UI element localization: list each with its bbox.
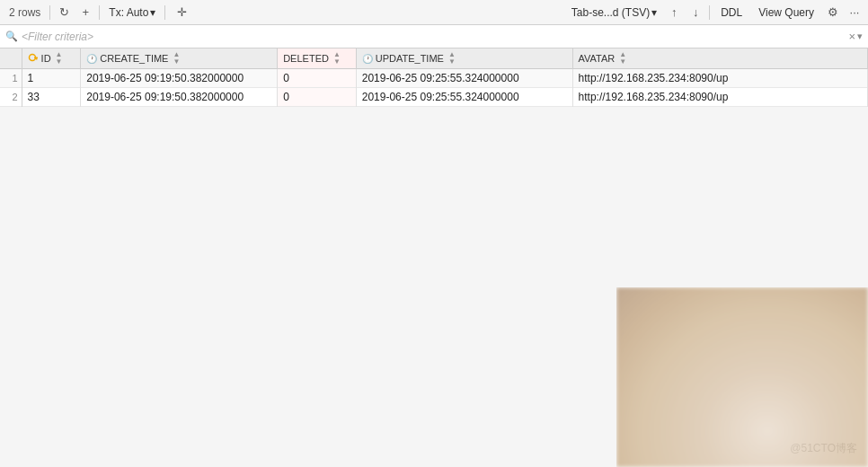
separator-2: [99, 5, 100, 20]
download-button[interactable]: ↓: [686, 3, 705, 22]
tx-chevron-icon: ▾: [150, 6, 155, 19]
refresh-button[interactable]: ↻: [54, 3, 74, 22]
ddl-label: DDL: [721, 6, 742, 19]
svg-rect-2: [36, 58, 38, 60]
main-toolbar: 2 rows ↻ + Tx: Auto ▾ ✛ Tab-se...d (TSV)…: [0, 0, 868, 25]
add-row-button[interactable]: +: [75, 3, 95, 22]
clock-icon-create: 🕐: [86, 54, 97, 64]
cell-create-time: 2019-06-25 09:19:50.382000000: [81, 69, 278, 88]
filter-search-icon: 🔍: [5, 31, 18, 42]
separator-4: [709, 5, 710, 20]
cell-deleted: 0: [278, 88, 357, 107]
data-table: ID ▲ ▼ 🕐 CREATE_TIME ▲ ▼: [0, 48, 868, 107]
tx-label: Tx: Auto: [109, 6, 148, 19]
more-button[interactable]: ···: [845, 3, 864, 22]
more-icon: ···: [850, 5, 860, 19]
table-row[interactable]: 112019-06-25 09:19:50.38200000002019-06-…: [0, 69, 868, 88]
plus-cross-icon: ✛: [177, 5, 187, 19]
gear-icon: ⚙: [828, 5, 838, 19]
col-header-rownum: [0, 48, 22, 69]
id-sort-icons[interactable]: ▲ ▼: [56, 51, 63, 66]
upload-button[interactable]: ↑: [664, 3, 684, 22]
table-body: 112019-06-25 09:19:50.38200000002019-06-…: [0, 69, 868, 107]
tab-export-label: Tab-se...d (TSV): [571, 6, 650, 19]
filter-close-button[interactable]: ×: [848, 30, 855, 43]
ddl-button[interactable]: DDL: [713, 4, 749, 21]
filter-placeholder: <Filter criteria>: [22, 31, 93, 43]
download-icon: ↓: [693, 5, 699, 19]
cell-rownum: 1: [0, 69, 22, 88]
table-header-row: ID ▲ ▼ 🕐 CREATE_TIME ▲ ▼: [0, 48, 868, 69]
avatar-sort-icons[interactable]: ▲ ▼: [619, 51, 626, 66]
update-time-sort-icons[interactable]: ▲ ▼: [448, 51, 456, 66]
tx-dropdown[interactable]: Tx: Auto ▾: [103, 4, 161, 21]
row-count: 2 rows: [4, 4, 46, 21]
background-image: [616, 287, 868, 467]
cell-avatar: http://192.168.235.234:8090/up: [572, 69, 867, 88]
cell-deleted: 0: [278, 69, 357, 88]
add-icon: +: [83, 5, 90, 19]
col-header-id[interactable]: ID ▲ ▼: [22, 48, 81, 69]
cell-update-time: 2019-06-25 09:25:55.324000000: [356, 69, 572, 88]
separator-1: [49, 5, 50, 20]
col-header-update-time[interactable]: 🕐 UPDATE_TIME ▲ ▼: [356, 48, 572, 69]
settings-button[interactable]: ⚙: [823, 3, 843, 22]
table-container: ID ▲ ▼ 🕐 CREATE_TIME ▲ ▼: [0, 48, 868, 467]
tab-export-chevron-icon: ▾: [651, 6, 657, 19]
col-header-create-time[interactable]: 🕐 CREATE_TIME ▲ ▼: [81, 48, 278, 69]
cell-rownum: 2: [0, 88, 22, 107]
clock-icon-update: 🕐: [362, 54, 373, 64]
key-icon: [28, 53, 39, 64]
cell-avatar: http://192.168.235.234:8090/up: [572, 88, 867, 107]
create-time-sort-icons[interactable]: ▲ ▼: [173, 51, 180, 66]
deleted-sort-icons[interactable]: ▲ ▼: [333, 51, 341, 66]
cell-id: 1: [22, 69, 81, 88]
col-header-deleted[interactable]: DELETED ▲ ▼: [278, 48, 357, 69]
filter-chevron-icon[interactable]: ▾: [857, 31, 863, 42]
col-header-avatar[interactable]: AVATAR ▲ ▼: [572, 48, 867, 69]
separator-3: [164, 5, 165, 20]
view-query-button[interactable]: View Query: [751, 4, 821, 21]
table-row[interactable]: 2332019-06-25 09:19:50.38200000002019-06…: [0, 88, 868, 107]
upload-icon: ↑: [671, 5, 678, 19]
tab-export-dropdown[interactable]: Tab-se...d (TSV) ▾: [566, 4, 662, 21]
cell-update-time: 2019-06-25 09:25:55.324000000: [356, 88, 572, 107]
filter-bar: 🔍 <Filter criteria> × ▾: [0, 25, 868, 48]
cell-create-time: 2019-06-25 09:19:50.382000000: [81, 88, 278, 107]
svg-rect-1: [34, 57, 38, 59]
view-query-label: View Query: [758, 6, 814, 19]
cell-id: 33: [22, 88, 81, 107]
refresh-icon: ↻: [59, 5, 69, 19]
watermark: @51CTO博客: [790, 441, 857, 456]
center-plus-button[interactable]: ✛: [169, 3, 194, 22]
